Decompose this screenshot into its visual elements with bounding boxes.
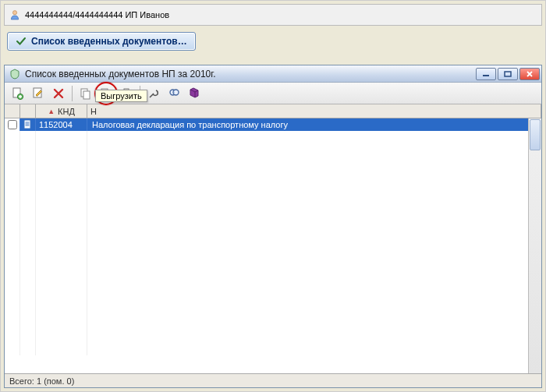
documents-list-button[interactable]: Список введенных документов… xyxy=(7,32,196,51)
row-icon-cell xyxy=(20,118,36,131)
window-title: Список введенных документов НП за 2010г. xyxy=(25,69,471,79)
edit-button[interactable] xyxy=(29,84,48,103)
svg-rect-1 xyxy=(483,75,489,76)
column-knd[interactable]: ▲ КНД xyxy=(36,104,87,118)
row-name-cell: Налоговая декларация по транспортному на… xyxy=(87,118,541,131)
grid-body: 1152004 Налоговая декларация по транспор… xyxy=(5,118,541,373)
main-button-row: Список введенных документов… xyxy=(1,29,545,62)
toolbar xyxy=(5,83,541,104)
table-row[interactable]: 1152004 Налоговая декларация по транспор… xyxy=(5,118,541,131)
grid-header: ▲ КНД Н xyxy=(5,104,541,118)
sort-indicator-icon: ▲ xyxy=(48,108,55,115)
user-info-bar: 4444444444/4444444444 ИП Иванов xyxy=(4,4,542,26)
column-checkbox[interactable] xyxy=(5,104,20,118)
close-button[interactable] xyxy=(519,68,540,80)
find-button[interactable] xyxy=(165,84,183,103)
column-name-prefix: Н xyxy=(90,107,97,116)
column-knd-label: КНД xyxy=(58,107,75,116)
documents-list-button-label: Список введенных документов… xyxy=(31,36,187,47)
row-knd-cell: 1152004 xyxy=(36,118,87,131)
export-tooltip: Выгрузить xyxy=(95,90,147,102)
window-icon xyxy=(9,69,20,79)
minimize-button[interactable] xyxy=(476,68,496,80)
svg-point-0 xyxy=(12,11,16,15)
svg-rect-2 xyxy=(505,72,511,76)
toolbar-separator xyxy=(72,86,73,101)
status-bar: Всего: 1 (пом. 0) xyxy=(5,373,541,387)
svg-point-13 xyxy=(173,90,179,95)
copy-button[interactable] xyxy=(76,84,95,103)
column-name[interactable]: Н xyxy=(87,104,541,118)
window-titlebar: Список введенных документов НП за 2010г. xyxy=(5,65,541,83)
new-document-button[interactable] xyxy=(9,84,27,103)
documents-window: Список введенных документов НП за 2010г. xyxy=(4,65,542,388)
user-info-text: 4444444444/4444444444 ИП Иванов xyxy=(25,10,169,19)
maximize-button[interactable] xyxy=(498,68,518,80)
row-checkbox[interactable] xyxy=(8,120,17,129)
help-button[interactable] xyxy=(185,84,204,103)
column-icon[interactable] xyxy=(20,104,36,118)
person-icon xyxy=(9,9,20,20)
vertical-scrollbar-thumb[interactable] xyxy=(530,119,541,150)
svg-rect-7 xyxy=(83,91,90,99)
status-text: Всего: 1 (пом. 0) xyxy=(9,376,74,386)
row-checkbox-cell[interactable] xyxy=(5,118,20,131)
delete-button[interactable] xyxy=(49,84,68,103)
empty-grid-area xyxy=(5,131,541,355)
check-icon xyxy=(16,36,27,47)
